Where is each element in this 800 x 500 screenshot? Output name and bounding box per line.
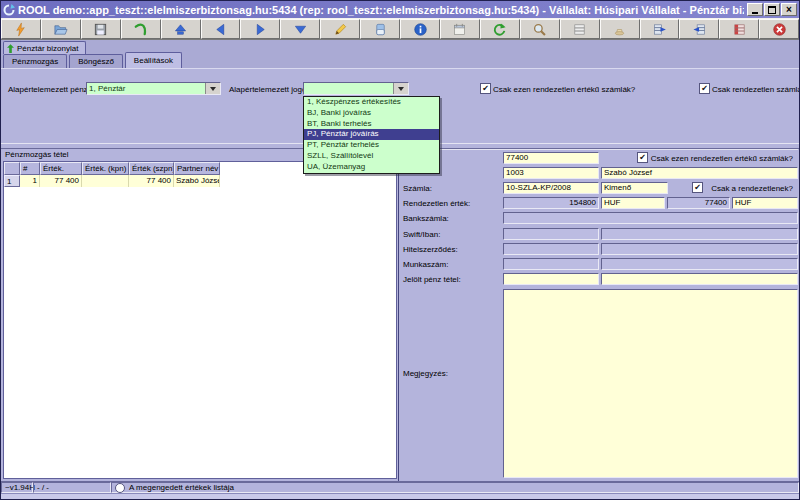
value-field[interactable]: 77400 (503, 152, 599, 164)
tab-böngésző[interactable]: Böngésző (69, 54, 123, 68)
list-icon (572, 22, 587, 37)
title-bar: ROOL demo::app_teszt::elelmiszerbiztonsa… (1, 1, 799, 18)
edit-button[interactable] (320, 19, 360, 39)
penztar-dropdown-button[interactable] (205, 83, 220, 94)
restore-button[interactable] (764, 3, 780, 16)
export-table-button[interactable] (640, 19, 680, 39)
bankszamla-field (503, 212, 798, 224)
swift-field-2 (601, 228, 798, 240)
clear-button[interactable] (360, 19, 400, 39)
export-table-icon (652, 22, 667, 37)
dropdown-option[interactable]: PT, Pénztár terhelés (304, 140, 439, 151)
last-icon (293, 22, 308, 37)
edit-icon (333, 22, 348, 37)
dropdown-option[interactable]: SZLL, Szállítólevél (304, 151, 439, 162)
chevron-down-icon (210, 87, 216, 91)
first-button[interactable] (161, 19, 201, 39)
search-button[interactable] (520, 19, 560, 39)
swift-label: Swift/Iban: (403, 230, 440, 239)
table-cell: 77 400 (129, 175, 174, 187)
hitel-label: Hitelszerződés: (403, 245, 458, 254)
last-button[interactable] (280, 19, 320, 39)
default-jogcim-combo[interactable] (303, 82, 409, 95)
szamla-number-field[interactable]: 10-SZLA-KP/2008 (503, 182, 599, 194)
tab-penztar-bizonylat[interactable]: Pénztár bizonylat (3, 41, 86, 55)
calendar-icon (452, 22, 467, 37)
tab-pénzmozgás[interactable]: Pénzmozgás (3, 54, 67, 68)
connect-button[interactable] (1, 19, 41, 39)
rendezetlen-total-field: 154800 (503, 197, 599, 209)
munkaszam-field-1 (503, 258, 599, 270)
app-window: ROOL demo::app_teszt::elelmiszerbiztonsa… (0, 0, 800, 500)
only-these-unsettled-checkbox[interactable] (480, 83, 491, 94)
jelolt-field-2[interactable] (601, 273, 798, 285)
list-button[interactable] (560, 19, 600, 39)
penzmozgas-list: #Érték.Érték. (kpn)Érték (szpn)Partner n… (3, 161, 397, 479)
partner-name-field[interactable]: Szabó József (601, 167, 798, 179)
info-button[interactable] (400, 19, 440, 39)
toolbar (1, 18, 799, 40)
corner-header-cell (4, 162, 20, 175)
jogcim-dropdown-button[interactable] (393, 83, 408, 94)
refresh-button[interactable] (480, 19, 520, 39)
window-bottom-edge (1, 493, 799, 500)
default-jogcim-value (304, 83, 393, 94)
detail-only-these-unsettled-checkbox[interactable] (637, 152, 648, 163)
allowed-values-radio[interactable] (115, 483, 125, 493)
previous-button[interactable] (201, 19, 241, 39)
open-button[interactable] (41, 19, 81, 39)
currency2-field[interactable]: HUF (732, 197, 798, 209)
table-cell: 77 400 (40, 175, 82, 187)
only-unsettled-detail-label: Csak a rendezetlenek? (711, 184, 793, 193)
only-unsettled-checkbox[interactable] (699, 83, 710, 94)
table-body: 1177 40077 400Szabó József (4, 175, 396, 187)
jogcim-dropdown-list: 1, Készpénzes értékesítésBJ, Banki jóváí… (303, 96, 440, 174)
maintab-label: Pénztár bizonylat (17, 44, 78, 53)
detail-only-these-unsettled-label: Csak ezen rendezetlen értékű számlák? (651, 154, 793, 163)
calendar-button[interactable] (440, 19, 480, 39)
only-unsettled-detail-checkbox[interactable] (692, 182, 703, 193)
minimize-button[interactable] (747, 3, 763, 16)
import-table-button[interactable] (679, 19, 719, 39)
call-button[interactable] (121, 19, 161, 39)
table-row[interactable]: 1177 40077 400Szabó József (4, 175, 396, 187)
close-button[interactable] (759, 19, 799, 39)
dropdown-option[interactable]: 1, Készpénzes értékesítés (304, 97, 439, 108)
default-penztar-value: 1, Pénztár (87, 83, 205, 94)
hitel-field-2 (601, 243, 798, 255)
megjegyzes-label: Megjegyzés: (403, 369, 448, 378)
delete-table-icon (732, 22, 747, 37)
save-button[interactable] (81, 19, 121, 39)
close-button[interactable]: × (781, 3, 797, 16)
dropdown-option[interactable]: BT, Banki terhelés (304, 119, 439, 130)
close-icon (772, 22, 787, 37)
jelolt-field-1[interactable] (503, 273, 599, 285)
only-unsettled-label: Csak rendezetlen számlák? (712, 85, 800, 94)
next-button[interactable] (240, 19, 280, 39)
minimize-icon (752, 12, 758, 14)
table-group-label: Pénzmozgás tétel (5, 150, 69, 159)
column-header[interactable]: Érték (szpn) (129, 162, 174, 175)
allowed-values-segment: A megengedett értékek listája (111, 482, 799, 493)
table-cell: Szabó József (174, 175, 220, 187)
clear-icon (373, 22, 388, 37)
column-header[interactable]: Érték. (40, 162, 82, 175)
tab-beállítások[interactable]: Beállítások (125, 52, 182, 68)
partner-code-field[interactable]: 1003 (503, 167, 599, 179)
column-header[interactable]: Partner név (174, 162, 220, 175)
column-header[interactable]: # (20, 162, 40, 175)
column-header[interactable]: Érték. (kpn) (82, 162, 129, 175)
search-icon (532, 22, 547, 37)
delete-table-button[interactable] (719, 19, 759, 39)
dropdown-option[interactable]: BJ, Banki jóváírás (304, 108, 439, 119)
szamla-direction-field[interactable]: Kimenő (601, 182, 668, 194)
jelolt-label: Jelölt pénz tétel: (403, 275, 461, 284)
default-penztar-combo[interactable]: 1, Pénztár (86, 82, 221, 95)
record-counter: - / - (33, 482, 111, 493)
megjegyzes-textarea[interactable] (503, 289, 798, 478)
restore-icon (768, 6, 776, 14)
dropdown-option[interactable]: UA, Üzemanyag (304, 162, 439, 173)
dropdown-option[interactable]: PJ, Pénztár jóváírás (304, 129, 439, 140)
lamp-button[interactable] (600, 19, 640, 39)
currency1-field[interactable]: HUF (601, 197, 665, 209)
